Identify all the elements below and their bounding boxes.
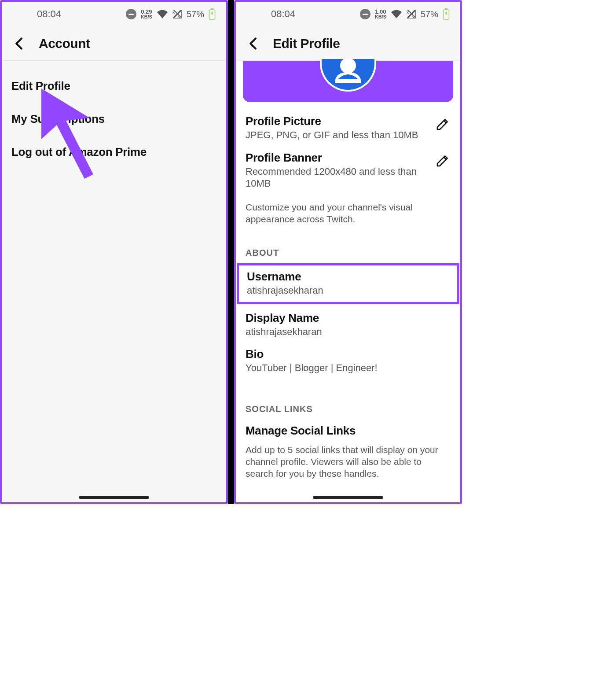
svg-text:x: x <box>172 10 175 15</box>
bio-value: YouTuber | Blogger | Engineer! <box>246 362 451 374</box>
social-links-description: Add up to 5 social links that will displ… <box>246 441 451 484</box>
display-name-value: atishrajasekharan <box>246 326 451 338</box>
battery-icon <box>209 8 216 20</box>
status-bar: 08:04 1.00 KB/S xx 57% <box>236 2 460 26</box>
back-button[interactable] <box>11 36 26 52</box>
edit-profile-content[interactable]: Profile Picture JPEG, PNG, or GIF and le… <box>236 61 460 493</box>
no-signal-icon: xx <box>407 10 416 18</box>
manage-social-links-row[interactable]: Manage Social Links <box>246 418 451 441</box>
social-section-label: SOCIAL LINKS <box>236 378 460 417</box>
profile-picture-sub: JPEG, PNG, or GIF and less than 10MB <box>246 129 430 141</box>
svg-text:x: x <box>407 10 409 15</box>
page-title: Account <box>39 36 90 51</box>
svg-rect-3 <box>211 8 214 10</box>
network-rate: 0.29 KB/S <box>141 9 152 19</box>
edit-profile-screen: 08:04 1.00 KB/S xx 57% <box>234 0 462 504</box>
svg-rect-9 <box>445 8 448 10</box>
status-time: 08:04 <box>37 8 61 20</box>
profile-picture-row[interactable]: Profile Picture JPEG, PNG, or GIF and le… <box>246 108 451 145</box>
username-title: Username <box>247 270 449 284</box>
no-signal-icon: xx <box>172 10 182 18</box>
logout-prime-item[interactable]: Log out of Amazon Prime <box>11 136 216 169</box>
svg-text:x: x <box>412 15 414 18</box>
app-bar: Edit Profile <box>236 26 460 61</box>
home-indicator[interactable] <box>313 496 383 499</box>
bio-row[interactable]: Bio YouTuber | Blogger | Engineer! <box>246 341 451 378</box>
wifi-icon <box>391 10 402 18</box>
screenshot-divider <box>228 0 234 504</box>
battery-percent: 57% <box>187 9 204 19</box>
home-indicator[interactable] <box>79 496 149 499</box>
display-name-title: Display Name <box>246 311 451 325</box>
profile-picture-title: Profile Picture <box>246 114 430 128</box>
svg-rect-5 <box>212 12 213 15</box>
profile-banner-row[interactable]: Profile Banner Recommended 1200x480 and … <box>246 145 451 193</box>
wifi-icon <box>157 10 168 18</box>
username-value: atishrajasekharan <box>247 284 449 297</box>
pencil-icon[interactable] <box>436 154 451 169</box>
dnd-icon <box>360 9 370 19</box>
manage-social-links-title: Manage Social Links <box>246 424 451 438</box>
avatar <box>320 59 376 92</box>
account-screen: 08:04 0.29 KB/S xx 57% <box>0 0 228 504</box>
profile-banner-sub: Recommended 1200x480 and less than 10MB <box>246 166 430 190</box>
battery-icon <box>443 8 450 20</box>
app-bar: Account <box>2 26 226 61</box>
svg-rect-11 <box>446 12 447 15</box>
about-section-label: ABOUT <box>236 237 460 261</box>
display-name-row[interactable]: Display Name atishrajasekharan <box>246 307 451 342</box>
appearance-description: Customize you and your channel's visual … <box>246 193 451 238</box>
page-title: Edit Profile <box>273 36 340 51</box>
svg-point-12 <box>340 59 356 74</box>
profile-banner-title: Profile Banner <box>246 151 430 165</box>
pencil-icon[interactable] <box>436 117 451 132</box>
network-rate: 1.00 KB/S <box>375 9 386 19</box>
status-bar: 08:04 0.29 KB/S xx 57% <box>2 2 226 26</box>
back-button[interactable] <box>245 36 260 52</box>
dnd-icon <box>126 9 136 19</box>
edit-profile-item[interactable]: Edit Profile <box>11 70 216 103</box>
battery-percent: 57% <box>421 9 438 19</box>
profile-banner-preview <box>236 61 460 102</box>
account-menu: Edit Profile My Subscriptions Log out of… <box>2 61 226 177</box>
username-row[interactable]: Username atishrajasekharan <box>237 263 459 304</box>
my-subscriptions-item[interactable]: My Subscriptions <box>11 103 216 136</box>
status-time: 08:04 <box>271 8 295 20</box>
bio-title: Bio <box>246 347 451 361</box>
svg-text:x: x <box>178 15 180 18</box>
